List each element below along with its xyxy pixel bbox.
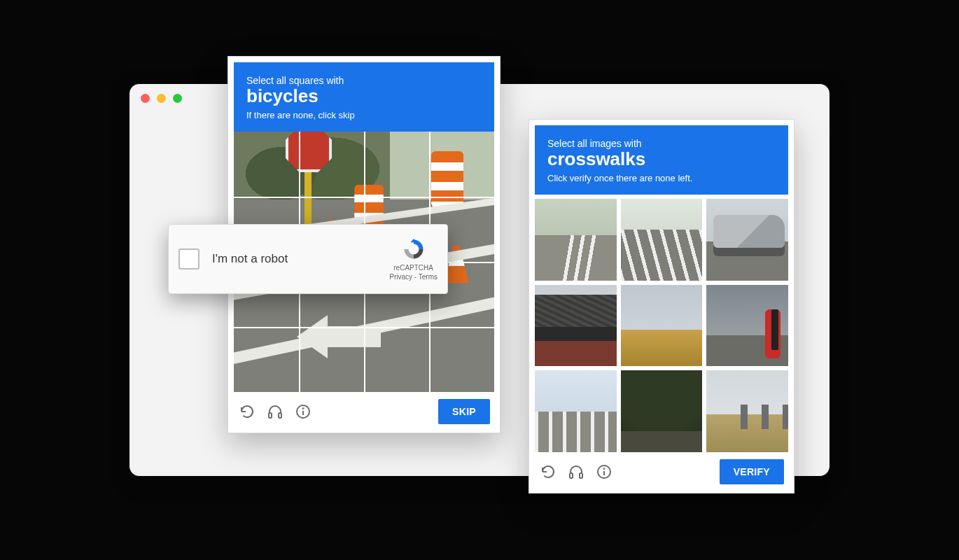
captcha-instruction-line1: Select all squares with: [246, 75, 482, 86]
recaptcha-brand-text: reCAPTCHA: [389, 263, 438, 272]
captcha-cell[interactable]: [234, 327, 299, 392]
captcha-image-grid: [535, 199, 788, 452]
recaptcha-terms-link[interactable]: Terms: [419, 273, 438, 281]
captcha-instruction-line1: Select all images with: [547, 138, 776, 149]
captcha-tile[interactable]: [706, 199, 788, 281]
minimize-window-icon[interactable]: [157, 94, 166, 103]
captcha-tile[interactable]: [621, 199, 703, 281]
recaptcha-label: I'm not a robot: [212, 252, 377, 266]
info-icon[interactable]: [595, 463, 613, 481]
captcha-cell[interactable]: [429, 327, 494, 392]
captcha-cell[interactable]: [429, 132, 494, 197]
captcha-cell[interactable]: [234, 132, 299, 197]
captcha-instruction-line2: Click verify once there are none left.: [547, 173, 776, 183]
svg-point-11: [604, 468, 605, 469]
svg-point-5: [303, 408, 304, 409]
captcha-tile[interactable]: [621, 370, 703, 452]
svg-rect-7: [570, 473, 573, 478]
captcha-challenge-crosswalks: Select all images with crosswalks Click …: [528, 119, 794, 493]
captcha-target-word: crosswalks: [547, 149, 776, 170]
captcha-cell[interactable]: [299, 132, 364, 197]
headphones-icon[interactable]: [266, 402, 284, 421]
zoom-window-icon[interactable]: [173, 94, 182, 103]
verify-button[interactable]: VERIFY: [720, 459, 784, 484]
headphones-icon[interactable]: [567, 463, 585, 481]
reload-icon[interactable]: [238, 402, 256, 421]
svg-rect-8: [580, 473, 582, 478]
recaptcha-brand: reCAPTCHA Privacy - Terms: [389, 237, 438, 281]
captcha-tile[interactable]: [535, 370, 617, 452]
captcha-tile[interactable]: [535, 285, 617, 367]
captcha-cell[interactable]: [299, 327, 364, 392]
captcha-header: Select all images with crosswalks Click …: [535, 125, 788, 195]
captcha-tile[interactable]: [535, 199, 617, 281]
captcha-cell[interactable]: [364, 132, 429, 197]
svg-rect-2: [279, 413, 281, 418]
captcha-cell[interactable]: [364, 327, 429, 392]
recaptcha-logo-icon: [401, 237, 426, 262]
close-window-icon[interactable]: [141, 94, 150, 103]
captcha-target-word: bicycles: [246, 86, 482, 107]
link-separator: -: [412, 273, 419, 281]
captcha-footer: VERIFY: [535, 452, 788, 487]
info-icon[interactable]: [294, 402, 312, 421]
skip-button[interactable]: SKIP: [438, 399, 490, 424]
captcha-tile[interactable]: [706, 285, 788, 367]
recaptcha-anchor-widget: I'm not a robot reCAPTCHA Privacy - Term…: [168, 224, 448, 294]
captcha-tile[interactable]: [621, 285, 703, 367]
captcha-header: Select all squares with bicycles If ther…: [234, 62, 494, 132]
recaptcha-privacy-link[interactable]: Privacy: [389, 273, 412, 281]
svg-rect-1: [269, 413, 272, 418]
captcha-tile[interactable]: [706, 370, 788, 452]
reload-icon[interactable]: [539, 463, 557, 481]
recaptcha-checkbox[interactable]: [178, 248, 200, 270]
captcha-instruction-line2: If there are none, click skip: [246, 110, 482, 120]
captcha-footer: SKIP: [234, 392, 494, 427]
